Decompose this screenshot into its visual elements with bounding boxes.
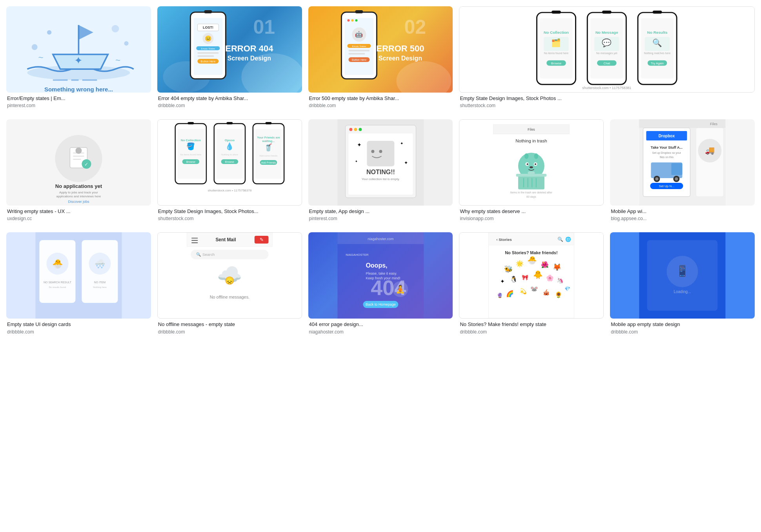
svg-text:No items found here: No items found here [180, 153, 201, 156]
card-dribbble-2[interactable]: 02 🤖 Empty States Butt [308, 6, 453, 113]
svg-rect-25 [197, 52, 218, 54]
svg-point-141 [534, 153, 539, 159]
svg-text:🌨️: 🌨️ [95, 259, 106, 269]
card-shutterstock-1[interactable]: No Collection 🗂️ No items found here Bro… [459, 6, 755, 113]
svg-text:No Stories? Make friends!: No Stories? Make friends! [505, 250, 558, 255]
svg-text:LOST!: LOST! [203, 26, 213, 29]
svg-text:🤖: 🤖 [355, 31, 363, 38]
svg-rect-34 [355, 10, 363, 13]
svg-point-119 [354, 128, 357, 131]
svg-text:files on this: files on this [660, 156, 674, 159]
card-info-light-blue: Empty state UI design cards dribbble.com [6, 319, 151, 339]
svg-text:Screen Design: Screen Design [378, 55, 422, 62]
svg-text:🪣: 🪣 [186, 142, 195, 151]
svg-text:🌟: 🌟 [516, 260, 524, 268]
svg-text:Nothing to show: Nothing to show [221, 153, 238, 156]
card-source-stories: dribbble.com [460, 329, 603, 335]
svg-point-127 [371, 150, 374, 153]
svg-point-31 [396, 61, 451, 93]
svg-text:✦: ✦ [501, 278, 505, 284]
card-source-appsee: blog.appsee.co... [611, 216, 754, 221]
card-info-invision: Why empty states deserve ... invisionapp… [459, 206, 604, 226]
svg-text:Files: Files [710, 122, 718, 126]
card-stories[interactable]: ‹ Stories 🔍 🌐 No Stories? Make friends! … [459, 232, 604, 339]
svg-text:Your collection list is empty.: Your collection list is empty. [361, 177, 399, 181]
card-info-stories: No Stories? Make friends! empty state dr… [459, 319, 604, 339]
card-source-shutterstock-1: shutterstock.com [460, 103, 754, 108]
card-shutterstock-2[interactable]: No Collection 🪣 No items found here Brow… [157, 119, 302, 226]
card-title-shutterstock-2: Empty State Design Images, Stock Photos.… [158, 208, 301, 215]
svg-rect-44 [348, 53, 365, 55]
svg-text:Loading...: Loading... [674, 290, 691, 294]
svg-text:🥤: 🥤 [264, 143, 273, 152]
svg-point-7 [112, 25, 119, 32]
card-mail[interactable]: Sent Mail ✎ 🔍 Search ☁️ 😞 No offline mes… [157, 232, 302, 339]
svg-point-142 [530, 166, 533, 168]
svg-text:Browse: Browse [186, 160, 195, 163]
svg-text:Browse: Browse [551, 62, 562, 65]
svg-point-138 [527, 163, 528, 165]
svg-marker-2 [78, 25, 93, 39]
svg-text:Items in the trash are deleted: Items in the trash are deleted after [510, 191, 553, 194]
svg-rect-26 [197, 55, 214, 57]
card-pinterest-1[interactable]: ✦ ~ ~ Something wrong here... So [6, 6, 151, 113]
svg-text:🚚: 🚚 [705, 146, 715, 155]
svg-text:Screen Design: Screen Design [228, 55, 271, 62]
svg-point-6 [47, 30, 51, 34]
card-appsee[interactable]: Files Dropbox Take Your Stuff A... Set u… [610, 119, 755, 226]
card-source-dribbble-1: dribbble.com [158, 103, 301, 108]
svg-text:applications and interviews he: applications and interviews here [56, 195, 101, 198]
svg-text:🌐: 🌐 [565, 236, 571, 242]
svg-text:01: 01 [253, 16, 275, 38]
svg-text:Empty States: Empty States [201, 47, 215, 50]
svg-rect-91 [188, 122, 194, 124]
card-info-dribbble-2: Error 500 empty state by Ambika Shar... … [308, 93, 453, 113]
svg-rect-143 [518, 176, 544, 189]
svg-text:Dropbox: Dropbox [659, 134, 675, 138]
svg-text:Ooops,: Ooops, [366, 262, 387, 269]
svg-point-139 [535, 163, 536, 165]
card-blue-last[interactable]: 📱 Loading... Mobile app empty state desi… [610, 232, 755, 339]
card-404-blue[interactable]: niagahoster.com NIAGAHOSTER 404 Ooops, P… [308, 232, 453, 339]
card-image-invision: Files Nothing in trash [459, 119, 604, 206]
svg-text:✦: ✦ [357, 142, 362, 148]
svg-text:Your Friends are: Your Friends are [257, 136, 280, 139]
svg-text:✦: ✦ [400, 141, 403, 146]
card-image-pinterest-2: ✦ ✦ ✦ ✦ NOTING!! Your collection list is… [308, 119, 453, 206]
svg-text:Files: Files [528, 128, 535, 131]
card-image-appsee: Files Dropbox Take Your Stuff A... Set u… [610, 119, 755, 206]
something-wrong-title: Something wrong here... [13, 86, 145, 93]
svg-rect-99 [226, 122, 233, 124]
svg-text:🧘: 🧘 [395, 284, 405, 294]
card-source-uxdesign: uxdesign.cc [7, 216, 150, 221]
svg-text:No Results: No Results [647, 30, 668, 35]
svg-rect-59 [602, 11, 612, 14]
svg-text:Take Your Stuff A...: Take Your Stuff A... [651, 146, 683, 149]
card-pinterest-2[interactable]: ✦ ✦ ✦ ✦ NOTING!! Your collection list is… [308, 119, 453, 226]
card-light-blue[interactable]: 🐣 NO SEARCH RESULT No results found 🌨️ N… [6, 232, 151, 339]
svg-text:🔍: 🔍 [558, 236, 564, 242]
svg-text:🔍: 🔍 [653, 38, 663, 47]
card-image-dribbble-2: 02 🤖 Empty States Butt [308, 6, 453, 93]
svg-text:No applications yet: No applications yet [55, 183, 102, 189]
card-info-shutterstock-1: Empty State Design Images, Stock Photos … [459, 93, 755, 113]
svg-text:🌻: 🌻 [555, 291, 563, 299]
card-invision[interactable]: Files Nothing in trash [459, 119, 604, 226]
svg-text:NOTING!!: NOTING!! [366, 169, 395, 175]
svg-text:NO ITEM: NO ITEM [94, 281, 106, 284]
card-info-shutterstock-2: Empty State Design Images, Stock Photos.… [157, 206, 302, 226]
card-dribbble-1[interactable]: 01 LOST! 😐 Empty States [157, 6, 302, 113]
svg-text:No Message: No Message [595, 30, 618, 35]
svg-text:🐣: 🐣 [52, 259, 63, 269]
svg-text:Button Here: Button Here [351, 58, 366, 61]
svg-text:No messages yet: No messages yet [596, 52, 617, 55]
card-uxdesign[interactable]: ✓ No applications yet Apply to jobs and … [6, 119, 151, 226]
card-title-pinterest-2: Empty state, App design ... [309, 208, 452, 215]
svg-text:Sent Mail: Sent Mail [215, 237, 236, 242]
svg-text:Set up Dropbox so your: Set up Dropbox so your [652, 151, 681, 155]
svg-point-165 [675, 177, 678, 180]
card-source-pinterest-2: pinterest.com [309, 216, 452, 221]
svg-text:Chat: Chat [604, 62, 611, 65]
svg-text:Browse: Browse [225, 160, 234, 163]
svg-point-163 [655, 177, 659, 180]
